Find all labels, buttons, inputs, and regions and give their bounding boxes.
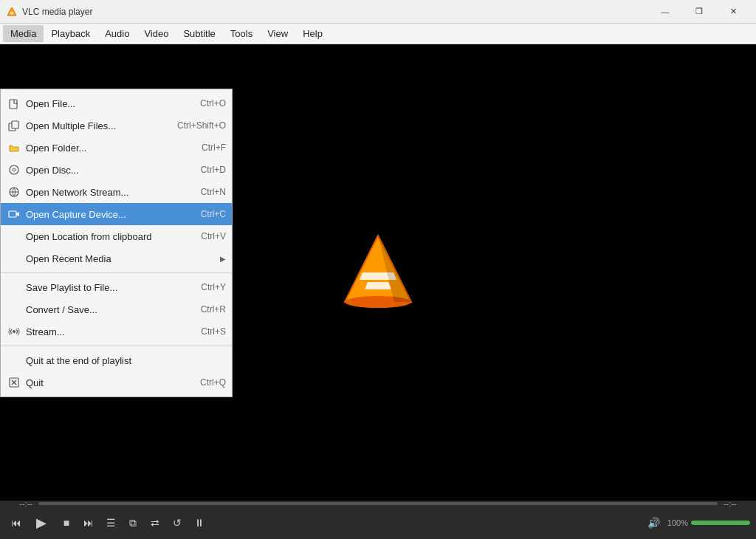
volume-area: 🔊 100% bbox=[644, 512, 750, 533]
extended-settings-button[interactable]: ⧉ bbox=[123, 512, 143, 533]
minimize-button[interactable]: — bbox=[648, 0, 682, 24]
close-button[interactable]: ✕ bbox=[716, 0, 750, 24]
svg-point-12 bbox=[10, 165, 18, 174]
open-file-shortcut: Ctrl+O bbox=[200, 98, 226, 109]
vlc-app-icon bbox=[6, 6, 18, 18]
window-title: VLC media player bbox=[22, 7, 648, 17]
save-playlist-icon bbox=[7, 280, 21, 295]
menu-subtitle[interactable]: Subtitle bbox=[176, 25, 222, 42]
progress-track[interactable] bbox=[38, 502, 718, 505]
open-location-icon bbox=[7, 229, 21, 244]
open-recent-icon bbox=[7, 251, 21, 266]
menu-item-stream[interactable]: Stream... Ctrl+S bbox=[1, 320, 232, 343]
open-recent-arrow: ▶ bbox=[220, 255, 226, 263]
progress-bar-area: --:-- --:-- bbox=[0, 501, 756, 507]
menu-tools[interactable]: Tools bbox=[223, 25, 260, 42]
shuffle-button[interactable]: ⇄ bbox=[145, 512, 165, 533]
open-network-label: Open Network Stream... bbox=[26, 187, 186, 198]
quit-end-label: Quit at the end of playlist bbox=[26, 355, 211, 366]
menu-help[interactable]: Help bbox=[295, 25, 330, 42]
svg-marker-5 bbox=[365, 282, 391, 289]
open-disc-shortcut: Ctrl+D bbox=[201, 165, 226, 175]
open-file-icon bbox=[7, 96, 21, 111]
media-dropdown: Open File... Ctrl+O Open Multiple Files.… bbox=[0, 89, 233, 397]
stream-icon bbox=[7, 324, 21, 339]
stream-label: Stream... bbox=[26, 326, 186, 337]
svg-rect-11 bbox=[12, 121, 18, 128]
open-file-label: Open File... bbox=[26, 98, 185, 109]
volume-label: 100% bbox=[667, 518, 688, 527]
convert-save-label: Convert / Save... bbox=[26, 304, 186, 315]
open-location-shortcut: Ctrl+V bbox=[201, 231, 226, 241]
media-dropdown-overlay: Open File... Ctrl+O Open Multiple Files.… bbox=[0, 89, 233, 397]
convert-save-icon bbox=[7, 302, 21, 317]
open-disc-label: Open Disc... bbox=[26, 165, 186, 176]
maximize-button[interactable]: ❐ bbox=[682, 0, 716, 24]
stop-button[interactable]: ■ bbox=[56, 512, 77, 533]
vlc-logo bbox=[341, 232, 415, 313]
menu-item-quit[interactable]: Quit Ctrl+Q bbox=[1, 371, 232, 394]
open-location-label: Open Location from clipboard bbox=[26, 231, 186, 242]
svg-marker-17 bbox=[16, 212, 19, 216]
titlebar: VLC media player — ❐ ✕ bbox=[0, 0, 756, 24]
menu-item-open-capture[interactable]: Open Capture Device... Ctrl+C bbox=[1, 203, 232, 225]
svg-rect-9 bbox=[10, 100, 17, 109]
quit-shortcut: Ctrl+Q bbox=[200, 377, 226, 388]
menubar: Media Playback Audio Video Subtitle Tool… bbox=[0, 24, 756, 44]
open-multiple-label: Open Multiple Files... bbox=[26, 120, 162, 131]
svg-rect-2 bbox=[11, 13, 13, 15]
open-disc-icon bbox=[7, 162, 21, 177]
quit-end-icon bbox=[7, 353, 21, 368]
menu-item-open-multiple[interactable]: Open Multiple Files... Ctrl+Shift+O bbox=[1, 114, 232, 137]
content-area: --:-- --:-- ⏮ ▶ ■ ⏭ ☰ ⧉ ⇄ ↺ ⏸ 🔊 100% bbox=[0, 44, 756, 539]
save-playlist-label: Save Playlist to File... bbox=[26, 282, 186, 293]
menu-view[interactable]: View bbox=[260, 25, 295, 42]
volume-fill bbox=[691, 521, 750, 525]
svg-point-18 bbox=[13, 330, 16, 333]
quit-icon bbox=[7, 375, 21, 390]
frame-button[interactable]: ⏸ bbox=[189, 512, 210, 533]
window-controls: — ❐ ✕ bbox=[648, 0, 750, 24]
open-folder-shortcut: Ctrl+F bbox=[202, 143, 226, 153]
prev-button[interactable]: ⏮ bbox=[6, 512, 27, 533]
menu-item-convert-save[interactable]: Convert / Save... Ctrl+R bbox=[1, 298, 232, 320]
open-multiple-icon bbox=[7, 118, 21, 133]
controls-bar: ⏮ ▶ ■ ⏭ ☰ ⧉ ⇄ ↺ ⏸ 🔊 100% bbox=[0, 507, 756, 539]
separator-2 bbox=[1, 346, 232, 346]
menu-playback[interactable]: Playback bbox=[44, 25, 97, 42]
open-network-shortcut: Ctrl+N bbox=[201, 187, 226, 197]
repeat-button[interactable]: ↺ bbox=[167, 512, 188, 533]
toggle-playlist-button[interactable]: ☰ bbox=[100, 512, 121, 533]
menu-item-open-disc[interactable]: Open Disc... Ctrl+D bbox=[1, 159, 232, 181]
menu-item-open-file[interactable]: Open File... Ctrl+O bbox=[1, 92, 232, 114]
menu-item-quit-end[interactable]: Quit at the end of playlist bbox=[1, 349, 232, 371]
separator-1 bbox=[1, 272, 232, 273]
menu-item-open-location[interactable]: Open Location from clipboard Ctrl+V bbox=[1, 225, 232, 247]
convert-save-shortcut: Ctrl+R bbox=[201, 304, 226, 315]
quit-label: Quit bbox=[26, 377, 185, 388]
open-recent-label: Open Recent Media bbox=[26, 253, 205, 264]
open-multiple-shortcut: Ctrl+Shift+O bbox=[177, 120, 226, 131]
volume-slider[interactable] bbox=[691, 521, 750, 525]
menu-audio[interactable]: Audio bbox=[97, 25, 137, 42]
menu-item-open-recent[interactable]: Open Recent Media ▶ bbox=[1, 247, 232, 270]
menu-video[interactable]: Video bbox=[137, 25, 176, 42]
menu-media[interactable]: Media bbox=[3, 25, 44, 42]
stream-shortcut: Ctrl+S bbox=[201, 326, 226, 337]
svg-rect-1 bbox=[10, 12, 14, 13]
play-button[interactable]: ▶ bbox=[28, 509, 55, 536]
open-network-icon bbox=[7, 185, 21, 199]
next-button[interactable]: ⏭ bbox=[78, 512, 99, 533]
open-capture-icon bbox=[7, 207, 21, 222]
menu-item-save-playlist[interactable]: Save Playlist to File... Ctrl+Y bbox=[1, 276, 232, 298]
open-capture-shortcut: Ctrl+C bbox=[201, 209, 226, 219]
svg-rect-16 bbox=[9, 211, 16, 217]
menu-item-open-network[interactable]: Open Network Stream... Ctrl+N bbox=[1, 181, 232, 203]
menu-item-open-folder[interactable]: Open Folder... Ctrl+F bbox=[1, 137, 232, 159]
volume-icon[interactable]: 🔊 bbox=[644, 512, 664, 533]
open-folder-icon bbox=[7, 140, 21, 155]
save-playlist-shortcut: Ctrl+Y bbox=[201, 282, 226, 292]
open-capture-label: Open Capture Device... bbox=[26, 209, 186, 220]
open-folder-label: Open Folder... bbox=[26, 143, 187, 154]
svg-point-13 bbox=[13, 168, 16, 171]
